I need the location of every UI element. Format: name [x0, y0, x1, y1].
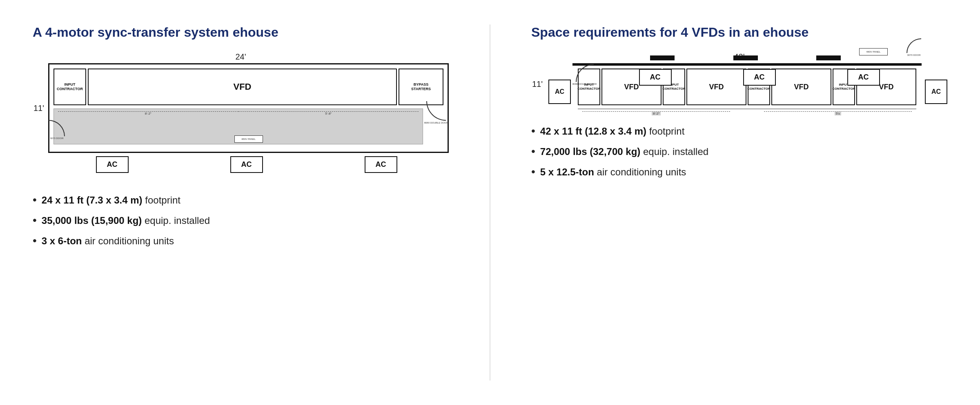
left-b2: 35,000 lbs (15,900 kg) equip. installed — [42, 215, 210, 226]
right-cable-3 — [816, 55, 841, 60]
left-b1-normal: footprint — [143, 195, 180, 206]
right-bullet-1: 42 x 11 ft (12.8 x 3.4 m) footprint — [531, 124, 708, 137]
right-left-ac-col: AC — [547, 67, 571, 104]
right-floorplan-box: INPUTCONTRACTOR VFD INPUTCONTRACTOR — [572, 63, 922, 66]
left-floorplan-row: 11' INPUTCONTRACTOR VFD — [33, 63, 449, 153]
right-b3-bold: 5 x 12.5-ton — [540, 166, 594, 177]
right-dim-label1: 8'-2" — [652, 112, 661, 115]
left-double-door-label: 8080 DOUBLE DOOR — [424, 122, 448, 124]
left-walkway-dim2: 5'-8" — [238, 111, 419, 115]
left-double-door: 8080 DOUBLE DOOR — [424, 101, 448, 124]
right-door-label: 3070 DOOR — [906, 54, 921, 56]
left-door-arc-main — [49, 120, 65, 136]
left-input-contractor: INPUTCONTRACTOR — [53, 69, 86, 105]
right-b1-bold: 42 x 11 ft (12.8 x 3.4 m) — [540, 126, 646, 137]
left-ac-1: AC — [96, 156, 129, 173]
right-ac-below-3: AC — [847, 69, 880, 86]
right-dim-label2: 5'± — [835, 112, 841, 115]
right-floorplan-wrapper: 42' 11' AC INPUTCONTRACTOR — [531, 52, 947, 104]
right-cable-2 — [733, 55, 758, 60]
right-walkway-dim1: 8'-2" — [582, 111, 730, 115]
right-b2-normal: equip. installed — [640, 146, 708, 157]
right-fp-col: INPUTCONTRACTOR VFD INPUTCONTRACTOR — [572, 63, 922, 86]
section-divider — [490, 24, 490, 381]
right-ac-below-2: AC — [743, 69, 776, 86]
page-container: A 4-motor sync-transfer system ehouse 24… — [0, 0, 980, 405]
right-bullet-3: 5 x 12.5-ton air conditioning units — [531, 165, 708, 178]
right-section: Space requirements for 4 VFDs in an ehou… — [531, 24, 947, 186]
left-walkway-dim1: 8'-2" — [58, 111, 238, 115]
left-dim-side: 11' — [33, 104, 44, 113]
right-bullet-2: 72,000 lbs (32,700 kg) equip. installed — [531, 145, 708, 158]
left-b1: 24 x 11 ft (7.3 x 3.4 m) footprint — [42, 195, 180, 206]
left-bullet-list: 24 x 11 ft (7.3 x 3.4 m) footprint 35,00… — [33, 193, 210, 255]
left-door-label: 3070 DOOR — [49, 137, 65, 139]
right-b1-normal: footprint — [646, 126, 684, 137]
left-floorplan-box: INPUTCONTRACTOR VFD BYPASSSTARTERS — [48, 63, 449, 153]
left-dim-top: 24' — [235, 52, 246, 62]
left-b2-normal: equip. installed — [142, 215, 210, 226]
right-door-arc — [906, 38, 921, 53]
right-bullet-list: 42 x 11 ft (12.8 x 3.4 m) footprint 72,0… — [531, 124, 708, 186]
left-floorplan-wrapper: 24' 11' INPUTCONTRACTOR VFD — [33, 52, 449, 173]
left-bullet-2: 35,000 lbs (15,900 kg) equip. installed — [33, 214, 210, 227]
left-panel-label: 480V PANEL — [241, 138, 256, 140]
left-title: A 4-motor sync-transfer system ehouse — [33, 24, 278, 40]
left-dim-label2: 5'-8" — [324, 112, 333, 115]
right-double-door-arc — [576, 64, 594, 82]
left-equip-row: INPUTCONTRACTOR VFD BYPASSSTARTERS — [53, 69, 443, 105]
left-dim-label1: 8'-2" — [144, 112, 153, 115]
left-bypass-label: BYPASSSTARTERS — [411, 82, 431, 92]
right-b1: 42 x 11 ft (12.8 x 3.4 m) footprint — [540, 126, 685, 137]
left-door-arc — [426, 101, 446, 121]
left-ac-2: AC — [230, 156, 263, 173]
left-ic-label: INPUTCONTRACTOR — [57, 82, 83, 92]
right-b3: 5 x 12.5-ton air conditioning units — [540, 166, 686, 178]
right-b2-bold: 72,000 lbs (32,700 kg) — [540, 146, 640, 157]
left-b3-bold: 3 x 6-ton — [42, 235, 82, 246]
right-title: Space requirements for 4 VFDs in an ehou… — [531, 24, 808, 40]
right-panel-label: 480V PANEL — [866, 51, 881, 53]
left-b3-normal: air conditioning units — [82, 235, 174, 246]
right-right-ac-col: AC — [923, 67, 947, 104]
right-dim-side: 11' — [531, 80, 543, 89]
right-b3-normal: air conditioning units — [594, 166, 686, 177]
right-floorplan-outer: 11' AC INPUTCONTRACTOR — [531, 63, 947, 104]
right-walkway-dim2: 5'± — [764, 111, 912, 115]
left-ac-3: AC — [365, 156, 397, 173]
left-section: A 4-motor sync-transfer system ehouse 24… — [33, 24, 449, 255]
left-bullet-1: 24 x 11 ft (7.3 x 3.4 m) footprint — [33, 193, 210, 206]
left-b3: 3 x 6-ton air conditioning units — [42, 235, 174, 247]
left-ac-row: AC AC AC — [33, 156, 449, 173]
left-vfd-label: VFD — [234, 81, 252, 93]
right-ac-below-row: 8080 DOUBLE DOOR AC AC AC — [572, 69, 922, 86]
left-b2-bold: 35,000 lbs (15,900 kg) — [42, 215, 142, 226]
left-bullet-3: 3 x 6-ton air conditioning units — [33, 234, 210, 247]
right-ac-side-right: AC — [925, 80, 947, 104]
right-ac-below-1: AC — [639, 69, 672, 86]
right-walkway: 8'-2" 5'± — [578, 108, 916, 109]
right-panel: 480V PANEL — [859, 48, 888, 55]
right-ac-side-left: AC — [548, 80, 571, 104]
right-double-door-label: 8080 DOUBLE DOOR — [572, 83, 597, 86]
right-cable-1 — [650, 55, 675, 60]
left-door-area: 3070 DOOR — [49, 120, 65, 139]
right-double-door: 8080 DOUBLE DOOR — [572, 64, 597, 86]
right-b2: 72,000 lbs (32,700 kg) equip. installed — [540, 146, 708, 157]
left-bypass: BYPASSSTARTERS — [399, 69, 443, 105]
left-panel: 480V PANEL — [234, 135, 263, 143]
left-vfd: VFD — [88, 69, 397, 105]
left-b1-bold: 24 x 11 ft (7.3 x 3.4 m) — [42, 195, 143, 206]
right-door-area: 3070 DOOR — [906, 38, 921, 56]
